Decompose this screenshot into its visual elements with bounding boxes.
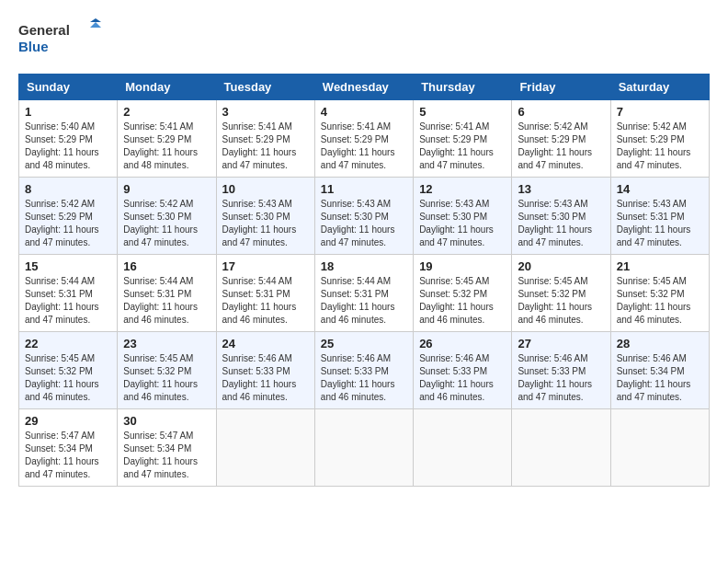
cell-info: Sunrise: 5:45 AMSunset: 5:32 PMDaylight:… bbox=[123, 353, 198, 402]
cell-info: Sunrise: 5:43 AMSunset: 5:30 PMDaylight:… bbox=[518, 199, 592, 247]
day-header-monday: Monday bbox=[118, 75, 216, 100]
logo: General Blue bbox=[18, 18, 101, 59]
day-header-sunday: Sunday bbox=[19, 75, 118, 100]
cell-info: Sunrise: 5:42 AMSunset: 5:29 PMDaylight:… bbox=[518, 121, 592, 170]
calendar-cell: 24 Sunrise: 5:46 AMSunset: 5:33 PMDaylig… bbox=[216, 332, 314, 409]
day-number: 13 bbox=[518, 182, 604, 196]
cell-info: Sunrise: 5:40 AMSunset: 5:29 PMDaylight:… bbox=[25, 121, 99, 170]
cell-info: Sunrise: 5:43 AMSunset: 5:30 PMDaylight:… bbox=[222, 199, 297, 247]
calendar-cell: 27 Sunrise: 5:46 AMSunset: 5:33 PMDaylig… bbox=[512, 332, 610, 409]
cell-info: Sunrise: 5:42 AMSunset: 5:29 PMDaylight:… bbox=[617, 121, 691, 170]
cell-info: Sunrise: 5:47 AMSunset: 5:34 PMDaylight:… bbox=[25, 431, 99, 479]
calendar-cell: 5 Sunrise: 5:41 AMSunset: 5:29 PMDayligh… bbox=[414, 100, 512, 178]
day-number: 30 bbox=[123, 414, 210, 428]
calendar-cell: 9 Sunrise: 5:42 AMSunset: 5:30 PMDayligh… bbox=[118, 178, 216, 255]
cell-info: Sunrise: 5:41 AMSunset: 5:29 PMDaylight:… bbox=[123, 121, 198, 170]
cell-info: Sunrise: 5:47 AMSunset: 5:34 PMDaylight:… bbox=[123, 431, 198, 479]
day-number: 22 bbox=[25, 337, 111, 350]
cell-info: Sunrise: 5:41 AMSunset: 5:29 PMDaylight:… bbox=[321, 121, 395, 170]
day-number: 15 bbox=[25, 259, 111, 273]
calendar-cell: 10 Sunrise: 5:43 AMSunset: 5:30 PMDaylig… bbox=[216, 178, 314, 255]
cell-info: Sunrise: 5:44 AMSunset: 5:31 PMDaylight:… bbox=[321, 276, 395, 325]
calendar-cell: 19 Sunrise: 5:45 AMSunset: 5:32 PMDaylig… bbox=[414, 255, 512, 332]
calendar-cell: 11 Sunrise: 5:43 AMSunset: 5:30 PMDaylig… bbox=[314, 178, 413, 255]
day-number: 28 bbox=[617, 337, 703, 350]
cell-info: Sunrise: 5:45 AMSunset: 5:32 PMDaylight:… bbox=[617, 276, 691, 325]
page-header: General Blue bbox=[18, 18, 710, 59]
day-number: 21 bbox=[617, 259, 703, 273]
calendar-cell: 6 Sunrise: 5:42 AMSunset: 5:29 PMDayligh… bbox=[512, 100, 610, 178]
cell-info: Sunrise: 5:43 AMSunset: 5:31 PMDaylight:… bbox=[617, 199, 691, 247]
day-number: 27 bbox=[518, 337, 604, 350]
cell-info: Sunrise: 5:42 AMSunset: 5:29 PMDaylight:… bbox=[25, 199, 99, 247]
calendar-cell: 4 Sunrise: 5:41 AMSunset: 5:29 PMDayligh… bbox=[314, 100, 413, 178]
calendar-week-row: 15 Sunrise: 5:44 AMSunset: 5:31 PMDaylig… bbox=[19, 255, 710, 332]
calendar-cell: 8 Sunrise: 5:42 AMSunset: 5:29 PMDayligh… bbox=[19, 178, 118, 255]
calendar-cell: 30 Sunrise: 5:47 AMSunset: 5:34 PMDaylig… bbox=[118, 409, 216, 487]
calendar-cell: 21 Sunrise: 5:45 AMSunset: 5:32 PMDaylig… bbox=[610, 255, 709, 332]
day-number: 24 bbox=[222, 337, 309, 350]
day-number: 12 bbox=[419, 182, 506, 196]
cell-info: Sunrise: 5:45 AMSunset: 5:32 PMDaylight:… bbox=[419, 276, 494, 325]
day-number: 26 bbox=[419, 337, 506, 350]
day-header-friday: Friday bbox=[512, 75, 610, 100]
day-number: 1 bbox=[25, 105, 111, 119]
calendar-cell: 28 Sunrise: 5:46 AMSunset: 5:34 PMDaylig… bbox=[610, 332, 709, 409]
calendar-cell bbox=[314, 409, 413, 487]
day-header-wednesday: Wednesday bbox=[314, 75, 413, 100]
svg-text:General: General bbox=[18, 22, 70, 38]
cell-info: Sunrise: 5:43 AMSunset: 5:30 PMDaylight:… bbox=[419, 199, 494, 247]
cell-info: Sunrise: 5:46 AMSunset: 5:33 PMDaylight:… bbox=[518, 353, 592, 402]
calendar-cell: 12 Sunrise: 5:43 AMSunset: 5:30 PMDaylig… bbox=[414, 178, 512, 255]
calendar-cell: 2 Sunrise: 5:41 AMSunset: 5:29 PMDayligh… bbox=[118, 100, 216, 178]
cell-info: Sunrise: 5:44 AMSunset: 5:31 PMDaylight:… bbox=[25, 276, 99, 325]
calendar-cell bbox=[610, 409, 709, 487]
day-number: 8 bbox=[25, 182, 111, 196]
day-header-saturday: Saturday bbox=[610, 75, 709, 100]
cell-info: Sunrise: 5:45 AMSunset: 5:32 PMDaylight:… bbox=[25, 353, 99, 402]
calendar-cell: 18 Sunrise: 5:44 AMSunset: 5:31 PMDaylig… bbox=[314, 255, 413, 332]
cell-info: Sunrise: 5:44 AMSunset: 5:31 PMDaylight:… bbox=[123, 276, 198, 325]
day-header-tuesday: Tuesday bbox=[216, 75, 314, 100]
day-number: 18 bbox=[321, 259, 407, 273]
calendar-cell: 23 Sunrise: 5:45 AMSunset: 5:32 PMDaylig… bbox=[118, 332, 216, 409]
day-number: 17 bbox=[222, 259, 309, 273]
calendar-cell: 15 Sunrise: 5:44 AMSunset: 5:31 PMDaylig… bbox=[19, 255, 118, 332]
day-number: 25 bbox=[321, 337, 407, 350]
calendar-cell: 7 Sunrise: 5:42 AMSunset: 5:29 PMDayligh… bbox=[610, 100, 709, 178]
day-number: 7 bbox=[617, 105, 703, 119]
calendar-cell bbox=[414, 409, 512, 487]
day-number: 3 bbox=[222, 105, 309, 119]
day-number: 5 bbox=[419, 105, 506, 119]
cell-info: Sunrise: 5:46 AMSunset: 5:33 PMDaylight:… bbox=[321, 353, 395, 402]
cell-info: Sunrise: 5:46 AMSunset: 5:33 PMDaylight:… bbox=[222, 353, 297, 402]
calendar-cell: 1 Sunrise: 5:40 AMSunset: 5:29 PMDayligh… bbox=[19, 100, 118, 178]
day-number: 16 bbox=[123, 259, 210, 273]
calendar-cell: 25 Sunrise: 5:46 AMSunset: 5:33 PMDaylig… bbox=[314, 332, 413, 409]
calendar-cell: 20 Sunrise: 5:45 AMSunset: 5:32 PMDaylig… bbox=[512, 255, 610, 332]
cell-info: Sunrise: 5:41 AMSunset: 5:29 PMDaylight:… bbox=[419, 121, 494, 170]
calendar-cell: 26 Sunrise: 5:46 AMSunset: 5:33 PMDaylig… bbox=[414, 332, 512, 409]
cell-info: Sunrise: 5:43 AMSunset: 5:30 PMDaylight:… bbox=[321, 199, 395, 247]
days-header-row: SundayMondayTuesdayWednesdayThursdayFrid… bbox=[19, 75, 710, 100]
cell-info: Sunrise: 5:44 AMSunset: 5:31 PMDaylight:… bbox=[222, 276, 297, 325]
day-number: 20 bbox=[518, 259, 604, 273]
calendar-week-row: 1 Sunrise: 5:40 AMSunset: 5:29 PMDayligh… bbox=[19, 100, 710, 178]
svg-marker-3 bbox=[90, 22, 101, 28]
cell-info: Sunrise: 5:45 AMSunset: 5:32 PMDaylight:… bbox=[518, 276, 592, 325]
day-number: 10 bbox=[222, 182, 309, 196]
calendar-cell: 16 Sunrise: 5:44 AMSunset: 5:31 PMDaylig… bbox=[118, 255, 216, 332]
day-number: 14 bbox=[617, 182, 703, 196]
cell-info: Sunrise: 5:42 AMSunset: 5:30 PMDaylight:… bbox=[123, 199, 198, 247]
calendar-week-row: 22 Sunrise: 5:45 AMSunset: 5:32 PMDaylig… bbox=[19, 332, 710, 409]
calendar-cell: 13 Sunrise: 5:43 AMSunset: 5:30 PMDaylig… bbox=[512, 178, 610, 255]
calendar-cell: 17 Sunrise: 5:44 AMSunset: 5:31 PMDaylig… bbox=[216, 255, 314, 332]
calendar-week-row: 29 Sunrise: 5:47 AMSunset: 5:34 PMDaylig… bbox=[19, 409, 710, 487]
day-number: 9 bbox=[123, 182, 210, 196]
cell-info: Sunrise: 5:41 AMSunset: 5:29 PMDaylight:… bbox=[222, 121, 297, 170]
day-number: 23 bbox=[123, 337, 210, 350]
cell-info: Sunrise: 5:46 AMSunset: 5:34 PMDaylight:… bbox=[617, 353, 691, 402]
calendar-cell bbox=[216, 409, 314, 487]
calendar-cell bbox=[512, 409, 610, 487]
calendar-table: SundayMondayTuesdayWednesdayThursdayFrid… bbox=[18, 74, 710, 487]
